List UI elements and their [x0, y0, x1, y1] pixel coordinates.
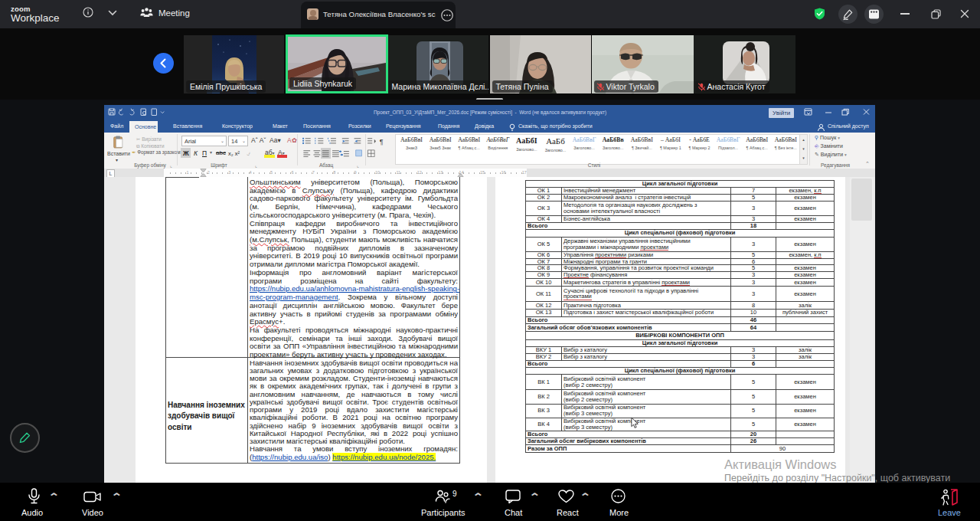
svg-text:¶: ¶ — [380, 138, 384, 146]
